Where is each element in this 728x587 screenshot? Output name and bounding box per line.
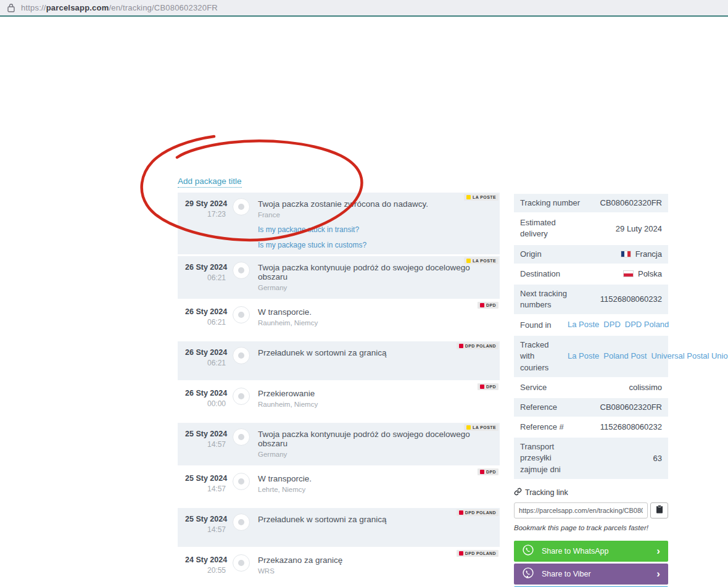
info-value: Polska [623,269,662,280]
event-location [258,527,494,529]
courier-badge: DPD [478,302,498,309]
event-location [258,360,494,362]
info-label: Tracking number [520,198,580,209]
courier-link[interactable]: DPD Poland [625,320,669,329]
copy-link-button[interactable] [650,502,668,518]
event-content: W transporcie. Raunheim, Niemcy [258,306,494,329]
courier-logo-chip [480,385,484,389]
event-content: Przekierowanie Raunheim, Niemcy [258,388,494,410]
info-row: Tracked with couriers La PostePoland Pos… [514,336,668,377]
courier-link[interactable]: DPD [603,320,620,329]
info-value-text: Francja [635,249,662,260]
courier-link[interactable]: La Poste [568,351,599,360]
lock-icon [7,3,15,12]
info-label: Found in [520,320,552,331]
courier-link[interactable]: La Poste [568,320,599,329]
timeline-dot [233,554,250,572]
courier-logo-chip [459,510,463,515]
info-row: Tracking number CB080602320FR [514,194,668,212]
info-value: CB080602320FR [600,402,662,413]
info-value: CB080602320FR [600,198,662,209]
courier-logo-chip [480,470,484,474]
info-value: La PostePoland PostUniversal Postal Unio… [563,351,662,362]
timeline-event-row: DPD POLAND 25 Sty 2024 14:57 Przeładunek… [178,508,500,547]
shipment-info-list: Tracking number CB080602320FR Estimated … [514,194,668,479]
event-datetime: 24 Sty 2024 20:55 [185,554,226,575]
event-title: Przeładunek w sortowni za granicą [258,348,494,357]
timeline-dot [233,428,250,446]
event-time: 06:21 [185,318,226,327]
courier-badge: LA POSTE [464,257,498,264]
timeline-dot [233,347,250,364]
info-value: Francja [621,249,662,260]
event-location: Germany [258,284,494,291]
info-value-text: 29 Luty 2024 [616,223,662,235]
event-title: Przekierowanie [258,389,494,398]
timeline-event-row: DPD POLAND 24 Sty 2024 20:55 Przekazano … [178,549,500,587]
event-question-link[interactable]: Is my package stuck in transit? [258,225,494,234]
courier-badge-label: DPD POLAND [465,344,496,348]
event-content: Twoja paczka zostanie zwrócona do nadawc… [258,198,494,249]
courier-logo-chip [480,303,484,307]
event-date: 25 Sty 2024 [185,515,226,523]
event-location: WRS [258,567,494,575]
tracking-timeline: LA POSTE 29 Sty 2024 17:23 Twoja paczka … [178,193,500,587]
info-value: 11526808060232 [600,422,662,433]
event-time: 14:57 [185,485,226,493]
event-time: 17:23 [185,210,226,219]
courier-badge-label: LA POSTE [473,195,496,199]
courier-badge-label: DPD [486,385,496,389]
event-datetime: 25 Sty 2024 14:57 [185,514,226,534]
share-button-label: Share to WhatsApp [542,547,608,556]
timeline-event-row: LA POSTE 25 Sty 2024 14:57 Twoja paczka … [178,423,500,465]
share-whatsapp-button[interactable]: Share to WhatsApp [514,541,668,562]
event-title: Przeładunek w sortowni za granicą [258,515,494,524]
event-date: 26 Sty 2024 [185,263,226,272]
event-date: 26 Sty 2024 [185,348,226,357]
event-time: 14:57 [185,525,226,534]
courier-logo-chip [466,195,471,199]
browser-address-bar[interactable]: https://parcelsapp.com/en/tracking/CB080… [0,0,728,17]
courier-logo-chip [459,344,463,348]
add-package-title-link[interactable]: Add package title [178,177,242,188]
courier-badge-label: DPD [486,470,496,474]
timeline-dot [233,473,250,490]
courier-badge: DPD [478,383,498,390]
info-label: Service [520,382,547,393]
courier-link[interactable]: Universal Postal Union [651,351,728,360]
event-datetime: 26 Sty 2024 06:21 [185,347,226,367]
courier-badge-label: DPD POLAND [465,551,496,556]
courier-link[interactable]: Poland Post [603,351,647,360]
tracking-link-input[interactable] [514,502,648,518]
info-label: Estimated delivery [520,217,582,239]
event-datetime: 29 Sty 2024 17:23 [185,198,226,219]
event-time: 06:21 [185,359,226,367]
event-date: 24 Sty 2024 [185,556,226,564]
event-datetime: 26 Sty 2024 06:21 [185,262,226,282]
event-title: Twoja paczka kontynuuje podróż do swojeg… [258,263,494,281]
courier-logo-chip [459,551,463,556]
event-location: Lehrte, Niemcy [258,486,494,493]
event-content: Przekazano za granicę WRS [258,554,494,577]
timeline-dot [233,306,250,323]
info-value-text: Polska [638,269,662,280]
event-question-link[interactable]: Is my package stuck in customs? [258,241,494,249]
event-date: 25 Sty 2024 [185,430,226,438]
info-value: 11526808060232 [600,294,662,305]
info-row: Destination Polska [514,265,668,283]
courier-badge: LA POSTE [464,194,498,201]
url-text: https://parcelsapp.com/en/tracking/CB080… [21,3,218,12]
info-value: La PosteDPDDPD Poland [563,319,662,331]
chevron-right-icon [656,568,660,579]
shipment-details-panel: Tracking number CB080602320FR Estimated … [514,194,668,587]
info-label: Reference [520,402,557,413]
event-content: W transporcie. Lehrte, Niemcy [258,473,494,496]
info-value-text: 11526808060232 [600,422,662,433]
flag-fr-icon [621,251,631,257]
event-title: W transporcie. [258,474,494,483]
event-datetime: 25 Sty 2024 14:57 [185,428,226,449]
share-viber-button[interactable]: Share to Viber [514,564,668,585]
info-row: Transport przesyłki zajmuje dni 63 [514,438,668,479]
info-value-text: 11526808060232 [600,294,662,305]
timeline-event-row: DPD POLAND 26 Sty 2024 06:21 Przeładunek… [178,341,500,380]
